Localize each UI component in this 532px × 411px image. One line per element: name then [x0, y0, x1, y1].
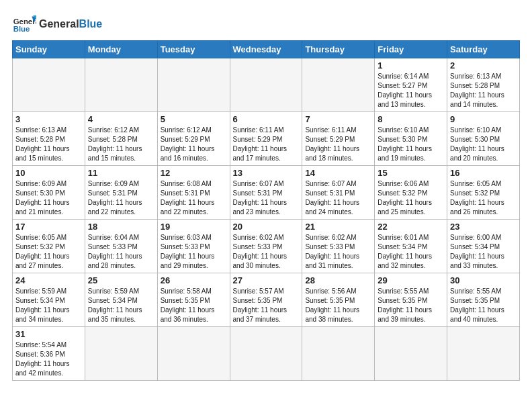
day-info: Sunrise: 5:57 AM Sunset: 5:35 PM Dayligh… — [233, 287, 300, 324]
day-number: 30 — [450, 275, 517, 285]
calendar-cell: 2Sunrise: 6:13 AM Sunset: 5:28 PM Daylig… — [447, 58, 520, 112]
calendar-cell — [230, 58, 302, 112]
calendar-cell: 30Sunrise: 5:55 AM Sunset: 5:35 PM Dayli… — [447, 273, 520, 327]
calendar-cell: 25Sunrise: 5:59 AM Sunset: 5:34 PM Dayli… — [85, 273, 157, 327]
day-number: 12 — [161, 168, 227, 178]
svg-text:Blue: Blue — [13, 25, 30, 33]
day-number: 9 — [450, 114, 517, 124]
col-header-wednesday: Wednesday — [230, 41, 302, 58]
calendar-week-row: 1Sunrise: 6:14 AM Sunset: 5:27 PM Daylig… — [13, 58, 520, 112]
day-info: Sunrise: 6:01 AM Sunset: 5:34 PM Dayligh… — [378, 233, 444, 271]
day-number: 22 — [378, 222, 444, 232]
calendar-cell: 23Sunrise: 6:00 AM Sunset: 5:34 PM Dayli… — [447, 220, 520, 273]
day-info: Sunrise: 6:03 AM Sunset: 5:33 PM Dayligh… — [161, 233, 227, 271]
day-number: 8 — [378, 114, 444, 124]
day-number: 13 — [233, 168, 300, 178]
day-info: Sunrise: 6:07 AM Sunset: 5:31 PM Dayligh… — [305, 179, 371, 217]
day-number: 24 — [15, 275, 82, 285]
calendar-cell: 13Sunrise: 6:07 AM Sunset: 5:31 PM Dayli… — [230, 166, 302, 220]
calendar-cell — [302, 58, 375, 112]
day-number: 1 — [378, 60, 444, 71]
day-number: 14 — [305, 168, 371, 178]
day-info: Sunrise: 6:04 AM Sunset: 5:33 PM Dayligh… — [88, 233, 154, 271]
calendar-cell — [375, 327, 447, 381]
logo: General Blue GeneralBlue — [12, 12, 102, 36]
calendar-cell — [447, 327, 520, 381]
day-info: Sunrise: 6:14 AM Sunset: 5:27 PM Dayligh… — [378, 72, 444, 109]
day-info: Sunrise: 6:11 AM Sunset: 5:29 PM Dayligh… — [233, 126, 300, 163]
calendar-cell: 14Sunrise: 6:07 AM Sunset: 5:31 PM Dayli… — [302, 166, 375, 220]
day-info: Sunrise: 5:59 AM Sunset: 5:34 PM Dayligh… — [88, 287, 154, 324]
calendar-week-row: 17Sunrise: 6:05 AM Sunset: 5:32 PM Dayli… — [13, 220, 520, 273]
col-header-tuesday: Tuesday — [157, 41, 230, 58]
calendar-cell — [13, 58, 85, 112]
calendar-cell: 21Sunrise: 6:02 AM Sunset: 5:33 PM Dayli… — [302, 220, 375, 273]
day-info: Sunrise: 5:55 AM Sunset: 5:35 PM Dayligh… — [378, 287, 444, 324]
calendar-week-row: 24Sunrise: 5:59 AM Sunset: 5:34 PM Dayli… — [13, 273, 520, 327]
calendar-week-row: 31Sunrise: 5:54 AM Sunset: 5:36 PM Dayli… — [13, 327, 520, 381]
day-number: 19 — [161, 222, 227, 232]
day-number: 31 — [15, 329, 82, 339]
day-info: Sunrise: 6:09 AM Sunset: 5:31 PM Dayligh… — [88, 179, 154, 217]
calendar-cell — [157, 58, 230, 112]
day-number: 2 — [450, 60, 517, 71]
day-number: 6 — [233, 114, 300, 124]
calendar-cell: 7Sunrise: 6:11 AM Sunset: 5:29 PM Daylig… — [302, 112, 375, 166]
page-header: General Blue GeneralBlue — [12, 12, 520, 36]
day-info: Sunrise: 6:11 AM Sunset: 5:29 PM Dayligh… — [305, 126, 371, 163]
col-header-friday: Friday — [375, 41, 447, 58]
calendar-cell: 20Sunrise: 6:02 AM Sunset: 5:33 PM Dayli… — [230, 220, 302, 273]
day-number: 16 — [450, 168, 517, 178]
calendar-cell: 16Sunrise: 6:05 AM Sunset: 5:32 PM Dayli… — [447, 166, 520, 220]
calendar-cell — [85, 58, 157, 112]
day-info: Sunrise: 6:05 AM Sunset: 5:32 PM Dayligh… — [15, 233, 82, 271]
day-number: 29 — [378, 275, 444, 285]
calendar-header-row: SundayMondayTuesdayWednesdayThursdayFrid… — [13, 41, 520, 58]
day-number: 26 — [161, 275, 227, 285]
col-header-sunday: Sunday — [13, 41, 85, 58]
calendar-cell — [85, 327, 157, 381]
day-info: Sunrise: 5:56 AM Sunset: 5:35 PM Dayligh… — [305, 287, 371, 324]
day-info: Sunrise: 5:59 AM Sunset: 5:34 PM Dayligh… — [15, 287, 82, 324]
day-info: Sunrise: 6:06 AM Sunset: 5:32 PM Dayligh… — [378, 179, 444, 217]
day-info: Sunrise: 6:12 AM Sunset: 5:28 PM Dayligh… — [88, 126, 154, 163]
day-number: 21 — [305, 222, 371, 232]
day-info: Sunrise: 5:58 AM Sunset: 5:35 PM Dayligh… — [161, 287, 227, 324]
logo-general-text: GeneralBlue — [39, 17, 102, 30]
day-number: 15 — [378, 168, 444, 178]
calendar-cell: 6Sunrise: 6:11 AM Sunset: 5:29 PM Daylig… — [230, 112, 302, 166]
calendar-week-row: 10Sunrise: 6:09 AM Sunset: 5:30 PM Dayli… — [13, 166, 520, 220]
calendar-cell: 27Sunrise: 5:57 AM Sunset: 5:35 PM Dayli… — [230, 273, 302, 327]
calendar-cell: 26Sunrise: 5:58 AM Sunset: 5:35 PM Dayli… — [157, 273, 230, 327]
logo-icon: General Blue — [12, 12, 36, 36]
calendar-cell: 24Sunrise: 5:59 AM Sunset: 5:34 PM Dayli… — [13, 273, 85, 327]
calendar-cell: 29Sunrise: 5:55 AM Sunset: 5:35 PM Dayli… — [375, 273, 447, 327]
day-info: Sunrise: 6:02 AM Sunset: 5:33 PM Dayligh… — [233, 233, 300, 271]
day-number: 7 — [305, 114, 371, 124]
day-info: Sunrise: 6:07 AM Sunset: 5:31 PM Dayligh… — [233, 179, 300, 217]
day-info: Sunrise: 5:54 AM Sunset: 5:36 PM Dayligh… — [15, 340, 82, 378]
day-info: Sunrise: 6:13 AM Sunset: 5:28 PM Dayligh… — [15, 126, 82, 163]
day-number: 17 — [15, 222, 82, 232]
day-number: 5 — [161, 114, 227, 124]
col-header-saturday: Saturday — [447, 41, 520, 58]
day-info: Sunrise: 6:12 AM Sunset: 5:29 PM Dayligh… — [161, 126, 227, 163]
calendar-cell: 12Sunrise: 6:08 AM Sunset: 5:31 PM Dayli… — [157, 166, 230, 220]
day-number: 18 — [88, 222, 154, 232]
day-info: Sunrise: 6:10 AM Sunset: 5:30 PM Dayligh… — [450, 126, 517, 163]
day-number: 28 — [305, 275, 371, 285]
day-info: Sunrise: 6:00 AM Sunset: 5:34 PM Dayligh… — [450, 233, 517, 271]
calendar-cell: 18Sunrise: 6:04 AM Sunset: 5:33 PM Dayli… — [85, 220, 157, 273]
calendar-cell — [157, 327, 230, 381]
calendar-cell — [230, 327, 302, 381]
calendar-cell: 8Sunrise: 6:10 AM Sunset: 5:30 PM Daylig… — [375, 112, 447, 166]
day-info: Sunrise: 6:13 AM Sunset: 5:28 PM Dayligh… — [450, 72, 517, 109]
day-number: 20 — [233, 222, 300, 232]
day-info: Sunrise: 6:05 AM Sunset: 5:32 PM Dayligh… — [450, 179, 517, 217]
calendar-cell: 15Sunrise: 6:06 AM Sunset: 5:32 PM Dayli… — [375, 166, 447, 220]
calendar-cell: 1Sunrise: 6:14 AM Sunset: 5:27 PM Daylig… — [375, 58, 447, 112]
calendar-cell: 17Sunrise: 6:05 AM Sunset: 5:32 PM Dayli… — [13, 220, 85, 273]
day-number: 11 — [88, 168, 154, 178]
calendar-cell: 5Sunrise: 6:12 AM Sunset: 5:29 PM Daylig… — [157, 112, 230, 166]
day-number: 4 — [88, 114, 154, 124]
